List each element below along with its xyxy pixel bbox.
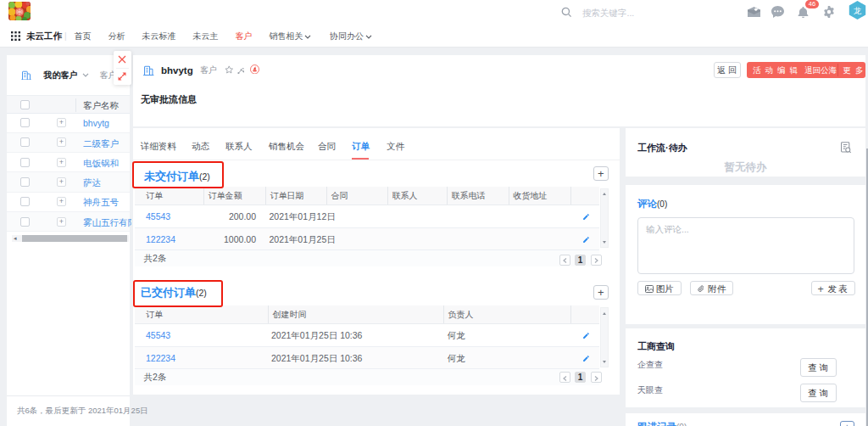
svg-text:龙: 龙 — [854, 6, 862, 15]
